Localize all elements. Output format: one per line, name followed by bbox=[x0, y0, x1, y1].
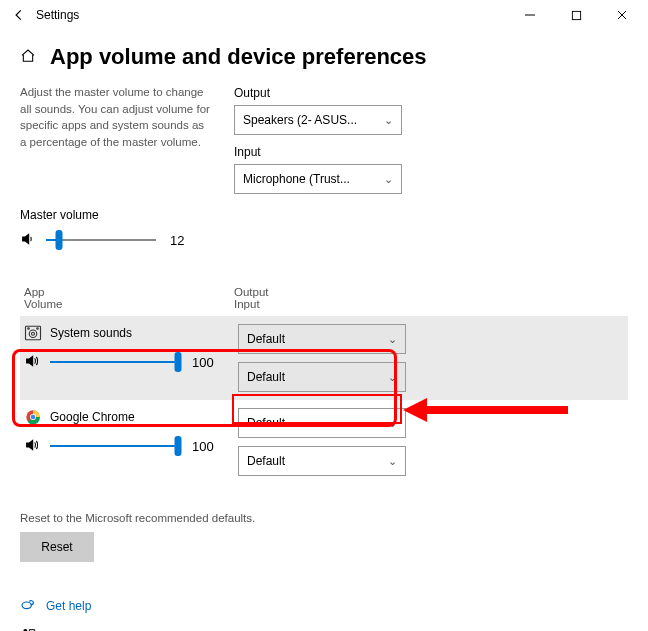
svg-marker-15 bbox=[403, 398, 427, 422]
chevron-down-icon: ⌄ bbox=[388, 417, 397, 430]
output-label: Output bbox=[234, 86, 414, 100]
svg-rect-1 bbox=[572, 11, 580, 19]
input-label: Input bbox=[234, 145, 414, 159]
speaker-icon[interactable] bbox=[24, 437, 42, 456]
app-volume-value: 100 bbox=[192, 355, 214, 370]
app-volume-slider[interactable] bbox=[50, 352, 178, 372]
app-name: Google Chrome bbox=[50, 410, 135, 424]
chevron-down-icon: ⌄ bbox=[388, 455, 397, 468]
app-input-dropdown[interactable]: Default ⌄ bbox=[238, 446, 406, 476]
app-input-value: Default bbox=[247, 370, 285, 384]
col-output-label: Output bbox=[234, 286, 414, 298]
chevron-down-icon: ⌄ bbox=[388, 333, 397, 346]
app-name: System sounds bbox=[50, 326, 132, 340]
svg-point-11 bbox=[31, 415, 36, 420]
app-volume-value: 100 bbox=[192, 439, 214, 454]
app-input-dropdown[interactable]: Default ⌄ bbox=[238, 362, 406, 392]
help-icon bbox=[20, 596, 36, 615]
master-volume-label: Master volume bbox=[20, 208, 628, 222]
feedback-icon bbox=[20, 627, 36, 631]
window-title: Settings bbox=[36, 8, 79, 22]
speaker-icon[interactable] bbox=[20, 231, 38, 250]
svg-point-7 bbox=[28, 328, 30, 330]
col-volume-label: Volume bbox=[24, 298, 210, 310]
master-volume-value: 12 bbox=[170, 233, 184, 248]
app-output-value: Default bbox=[247, 416, 285, 430]
chevron-down-icon: ⌄ bbox=[388, 371, 397, 384]
page-header: App volume and device preferences bbox=[0, 30, 648, 78]
app-output-dropdown[interactable]: Default ⌄ bbox=[238, 408, 406, 438]
app-output-dropdown[interactable]: Default ⌄ bbox=[238, 324, 406, 354]
close-button[interactable] bbox=[608, 4, 636, 26]
svg-point-8 bbox=[37, 328, 39, 330]
titlebar: Settings bbox=[0, 0, 648, 30]
app-row-system-sounds: System sounds 100 Default ⌄ Default ⌄ bbox=[20, 316, 628, 400]
app-input-value: Default bbox=[247, 454, 285, 468]
system-sounds-icon bbox=[24, 324, 42, 342]
minimize-button[interactable] bbox=[516, 4, 544, 26]
master-volume-slider[interactable] bbox=[46, 230, 156, 250]
col-app-label: App bbox=[24, 286, 210, 298]
speaker-icon[interactable] bbox=[24, 353, 42, 372]
chevron-down-icon: ⌄ bbox=[384, 173, 393, 186]
get-help-link[interactable]: Get help bbox=[46, 599, 91, 613]
svg-point-6 bbox=[32, 332, 35, 335]
home-icon[interactable] bbox=[20, 48, 36, 67]
app-volume-slider[interactable] bbox=[50, 436, 178, 456]
col-input-label: Input bbox=[234, 298, 414, 310]
app-output-value: Default bbox=[247, 332, 285, 346]
reset-button[interactable]: Reset bbox=[20, 532, 94, 562]
maximize-button[interactable] bbox=[562, 4, 590, 26]
chrome-icon bbox=[24, 408, 42, 426]
annotation-arrow bbox=[403, 395, 573, 425]
output-device-dropdown[interactable]: Speakers (2- ASUS... ⌄ bbox=[234, 105, 402, 135]
input-device-value: Microphone (Trust... bbox=[243, 172, 350, 186]
reset-description: Reset to the Microsoft recommended defau… bbox=[20, 512, 628, 524]
description-text: Adjust the master volume to change all s… bbox=[20, 84, 210, 194]
chevron-down-icon: ⌄ bbox=[384, 114, 393, 127]
column-headers: App Volume Output Input bbox=[20, 286, 628, 310]
svg-point-12 bbox=[22, 602, 31, 609]
back-button[interactable] bbox=[8, 4, 30, 26]
svg-point-5 bbox=[29, 330, 37, 338]
output-device-value: Speakers (2- ASUS... bbox=[243, 113, 357, 127]
input-device-dropdown[interactable]: Microphone (Trust... ⌄ bbox=[234, 164, 402, 194]
page-title: App volume and device preferences bbox=[50, 44, 427, 70]
